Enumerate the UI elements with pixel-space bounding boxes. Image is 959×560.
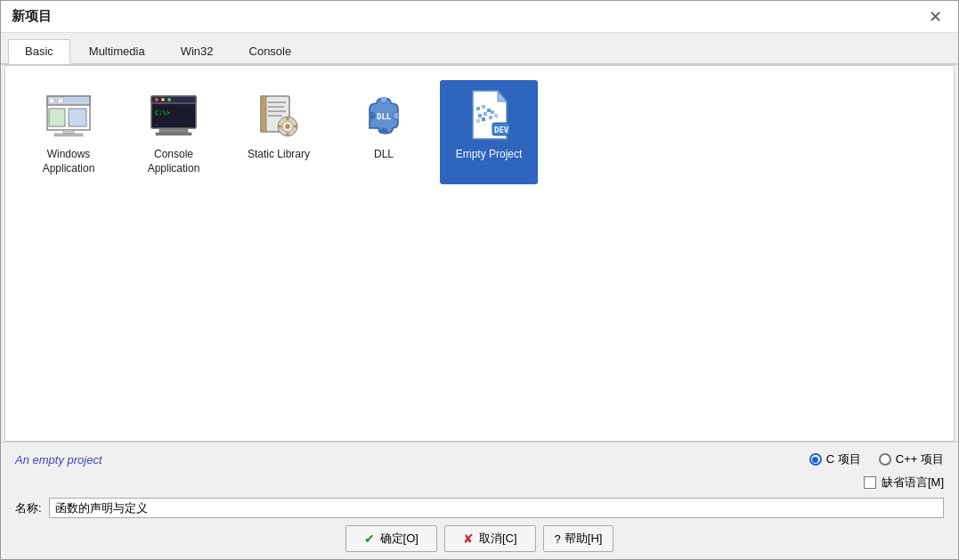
empty-project-icon: DEV [466, 89, 512, 142]
bottom-top-row: An empty project C 项目 C++ 项目 [15, 451, 944, 467]
radio-cpp-option[interactable]: C++ 项目 [879, 451, 944, 467]
svg-text:C:\>: C:\> [155, 110, 170, 117]
console-app-icon: C:\> _ [150, 95, 197, 136]
ok-button[interactable]: ✔ 确定[O] [345, 525, 437, 552]
svg-rect-28 [278, 126, 281, 128]
svg-rect-38 [482, 118, 485, 121]
project-item-console-app[interactable]: C:\> _ ConsoleApplication [125, 80, 223, 184]
project-item-dll[interactable]: DLL DLL [335, 80, 433, 184]
tab-bar: Basic Multimedia Win32 Console [1, 33, 958, 65]
windows-app-icon [45, 93, 92, 139]
name-label: 名称: [15, 500, 42, 516]
static-lib-label: Static Library [248, 148, 310, 162]
project-name-input[interactable] [49, 498, 944, 518]
svg-rect-4 [69, 109, 86, 126]
svg-text:DLL: DLL [377, 112, 392, 121]
ok-label: 确定[O] [380, 531, 419, 547]
tab-console[interactable]: Console [232, 39, 309, 64]
svg-rect-29 [294, 126, 297, 128]
svg-rect-35 [484, 112, 487, 116]
svg-rect-33 [487, 109, 491, 112]
svg-rect-21 [268, 110, 286, 112]
svg-rect-18 [261, 96, 266, 132]
static-lib-icon [256, 93, 302, 139]
bottom-area: An empty project C 项目 C++ 项目 缺省语言[M] 名称: [1, 442, 958, 559]
default-language-label: 缺省语言[M] [882, 475, 944, 491]
tab-basic[interactable]: Basic [8, 39, 70, 64]
svg-rect-3 [58, 98, 63, 103]
cancel-button[interactable]: ✘ 取消[C] [444, 525, 536, 552]
svg-rect-32 [482, 105, 485, 109]
dll-icon-box: DLL [357, 89, 410, 142]
svg-rect-31 [476, 107, 480, 110]
ok-checkmark-icon: ✔ [364, 532, 375, 546]
cancel-label: 取消[C] [479, 531, 517, 547]
project-type-grid: WindowsApplication C:\> _ ConsoleApplica… [4, 65, 955, 442]
language-radio-group: C 项目 C++ 项目 [809, 451, 944, 467]
new-project-dialog: 新项目 ✕ Basic Multimedia Win32 Console [0, 0, 959, 560]
svg-rect-27 [287, 133, 289, 136]
svg-text:_: _ [155, 118, 158, 126]
windows-app-icon-box [42, 89, 95, 142]
project-item-static-lib[interactable]: Static Library [230, 80, 328, 184]
svg-point-11 [161, 98, 165, 101]
help-button[interactable]: ? 帮助[H] [543, 525, 614, 552]
tab-multimedia[interactable]: Multimedia [72, 39, 162, 64]
svg-rect-40 [494, 114, 498, 118]
svg-point-10 [155, 98, 158, 101]
name-row: 名称: [15, 498, 944, 518]
radio-c-circle [809, 453, 822, 466]
project-item-windows-app[interactable]: WindowsApplication [20, 80, 118, 184]
tab-win32[interactable]: Win32 [164, 39, 231, 64]
svg-point-25 [286, 125, 290, 129]
windows-app-label: WindowsApplication [43, 148, 95, 175]
radio-cpp-label: C++ 项目 [896, 451, 944, 467]
svg-rect-36 [491, 110, 494, 114]
button-row: ✔ 确定[O] ✘ 取消[C] ? 帮助[H] [15, 525, 944, 552]
svg-rect-7 [54, 134, 83, 136]
svg-rect-22 [268, 115, 282, 117]
close-button[interactable]: ✕ [922, 4, 947, 29]
default-language-row: 缺省语言[M] [15, 475, 944, 491]
empty-project-label: Empty Project [456, 148, 523, 162]
svg-rect-15 [159, 129, 188, 133]
radio-c-label: C 项目 [826, 451, 861, 467]
title-bar: 新项目 ✕ [1, 1, 958, 33]
project-description: An empty project [15, 453, 102, 467]
help-label: 帮助[H] [565, 531, 603, 547]
svg-text:DEV: DEV [494, 126, 509, 134]
svg-rect-2 [49, 98, 54, 103]
svg-rect-19 [268, 101, 286, 103]
cancel-cross-icon: ✘ [463, 532, 474, 546]
svg-rect-39 [489, 116, 492, 119]
dialog-title: 新项目 [12, 8, 52, 25]
help-question-icon: ? [555, 532, 561, 546]
svg-point-12 [167, 98, 171, 101]
svg-rect-37 [476, 119, 480, 123]
radio-c-option[interactable]: C 项目 [809, 451, 861, 467]
radio-cpp-circle [879, 453, 891, 466]
console-app-label: ConsoleApplication [148, 148, 200, 175]
svg-rect-26 [287, 117, 289, 120]
svg-rect-6 [63, 130, 74, 134]
dll-label: DLL [374, 148, 394, 162]
dll-icon: DLL [361, 93, 407, 139]
console-app-icon-box: C:\> _ [147, 89, 200, 142]
static-lib-icon-box [252, 89, 305, 142]
svg-rect-16 [156, 133, 191, 135]
svg-rect-5 [49, 109, 65, 126]
project-item-empty-project[interactable]: DEV Empty Project [440, 80, 538, 184]
empty-project-icon-box: DEV [462, 89, 516, 142]
default-language-checkbox[interactable] [864, 476, 876, 489]
svg-rect-20 [268, 106, 284, 108]
svg-rect-34 [478, 114, 482, 118]
